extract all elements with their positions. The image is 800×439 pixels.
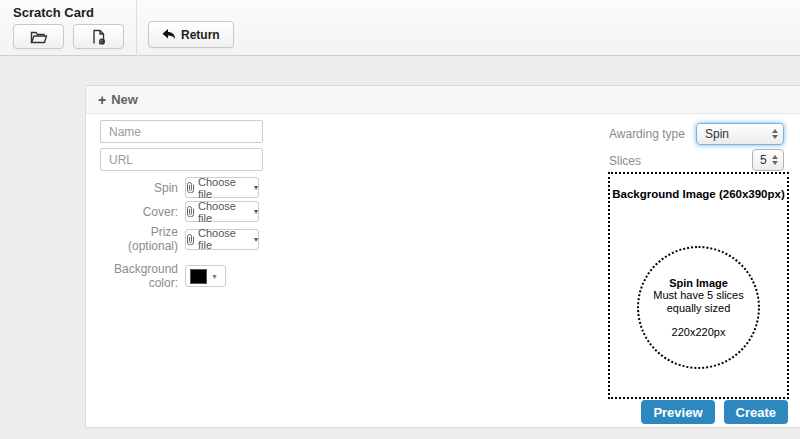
cover-file-label: Cover: [100, 205, 185, 219]
background-color-label: Background color: [100, 262, 185, 290]
chevron-down-icon: ▼ [211, 273, 218, 280]
color-swatch [190, 269, 207, 284]
return-arrow-icon [162, 29, 176, 41]
new-file-icon [91, 29, 107, 45]
chevron-down-icon: ▾ [254, 207, 258, 216]
slices-value: 5 [760, 153, 767, 167]
spin-choose-file-button[interactable]: Choose file ▾ [185, 177, 259, 198]
prize-file-label: Prize (optional) [100, 225, 185, 253]
return-button[interactable]: Return [148, 21, 234, 48]
spin-image-subtitle: Must have 5 slices equally sized [644, 289, 754, 314]
paperclip-icon [186, 182, 195, 193]
chevron-down-icon: ▾ [254, 183, 258, 192]
spin-image-dropzone[interactable]: Spin Image Must have 5 slices equally si… [637, 246, 760, 369]
spin-image-title: Spin Image [669, 277, 728, 289]
page-title: Scratch Card [13, 5, 94, 20]
prize-choose-file-button[interactable]: Choose file ▾ [185, 229, 259, 250]
name-input[interactable] [100, 120, 263, 143]
toolbar-divider [136, 0, 137, 56]
open-folder-button[interactable] [13, 24, 64, 49]
paperclip-icon [186, 234, 195, 245]
choose-file-label: Choose file [198, 227, 251, 251]
awarding-type-value: Spin [705, 127, 729, 141]
panel-body: Spin Choose file ▾ Cover: [86, 114, 800, 427]
form-area: Spin Choose file ▾ Cover: [100, 120, 360, 293]
chevron-down-icon: ▾ [254, 235, 258, 244]
select-stepper-icon [772, 155, 778, 165]
spin-image-size: 220x220px [672, 326, 726, 338]
preview-button[interactable]: Preview [641, 400, 714, 424]
new-scratch-card-panel: + New Spin Choose file ▾ [85, 85, 800, 428]
background-color-row: Background color: ▼ [100, 262, 360, 290]
awarding-type-select[interactable]: Spin [696, 123, 784, 145]
panel-header-label: New [111, 92, 138, 107]
plus-icon: + [98, 92, 106, 108]
select-stepper-icon [772, 129, 778, 139]
toolbar: Scratch Card Return [0, 0, 800, 56]
file-rows: Spin Choose file ▾ Cover: [100, 177, 360, 290]
awarding-type-label: Awarding type [609, 127, 685, 141]
spin-file-label: Spin [100, 181, 185, 195]
background-color-picker[interactable]: ▼ [185, 265, 226, 287]
panel-header: + New [86, 86, 800, 114]
cover-choose-file-button[interactable]: Choose file ▾ [185, 201, 259, 222]
create-button[interactable]: Create [724, 400, 788, 424]
choose-file-label: Choose file [198, 176, 251, 200]
action-buttons: Preview Create [641, 400, 788, 424]
slices-label: Slices [609, 154, 641, 168]
slices-select[interactable]: 5 [752, 149, 784, 171]
background-image-title: Background Image (260x390px) [610, 188, 787, 200]
background-image-dropzone[interactable]: Background Image (260x390px) Spin Image … [608, 172, 789, 399]
folder-icon [30, 30, 48, 44]
return-button-label: Return [181, 28, 220, 42]
spin-file-row: Spin Choose file ▾ [100, 177, 360, 198]
url-input[interactable] [100, 148, 263, 171]
new-file-button[interactable] [73, 24, 124, 49]
cover-file-row: Cover: Choose file ▾ [100, 201, 360, 222]
prize-file-row: Prize (optional) Choose file ▾ [100, 225, 360, 253]
choose-file-label: Choose file [198, 200, 251, 224]
paperclip-icon [186, 206, 195, 217]
